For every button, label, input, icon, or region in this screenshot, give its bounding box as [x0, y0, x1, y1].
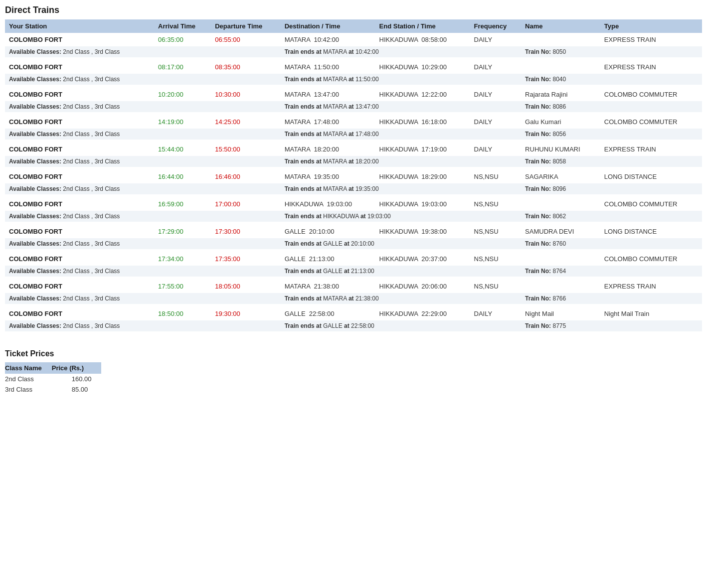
train-detail-empty3 [470, 129, 522, 140]
train-type: EXPRESS TRAIN [600, 60, 702, 74]
train-detail-empty2 [211, 211, 280, 222]
train-detail-empty2 [211, 238, 280, 249]
train-no: Train No: 8766 [521, 293, 702, 304]
train-ends-info: Train ends at MATARA at 18:20:00 [281, 156, 470, 167]
table-detail-row: Available Classes: 2nd Class , 3rd Class… [5, 101, 702, 112]
train-station: COLOMBO FORT [5, 143, 154, 156]
table-row: COLOMBO FORT 10:20:00 10:30:00 MATARA 13… [5, 88, 702, 101]
train-name [521, 280, 600, 293]
table-row: COLOMBO FORT 15:44:00 15:50:00 MATARA 18… [5, 143, 702, 156]
train-destination: MATARA 10:42:00 [281, 33, 375, 46]
train-detail-empty1 [154, 129, 211, 140]
table-row: COLOMBO FORT 06:35:00 06:55:00 MATARA 10… [5, 33, 702, 46]
header-arrival-time: Arrival Time [154, 19, 211, 33]
train-type: Night Mail Train [600, 307, 702, 320]
train-frequency: NS,NSU [470, 225, 522, 238]
train-end-station: HIKKADUWA 10:29:00 [375, 60, 470, 74]
train-destination: MATARA 11:50:00 [281, 60, 375, 74]
train-type: LONG DISTANCE [600, 225, 702, 238]
train-name: SAMUDRA DEVI [521, 225, 600, 238]
train-frequency: NS,NSU [470, 170, 522, 183]
train-classes: Available Classes: 2nd Class , 3rd Class [5, 211, 154, 222]
train-station: COLOMBO FORT [5, 252, 154, 266]
train-classes: Available Classes: 2nd Class , 3rd Class [5, 183, 154, 194]
train-ends-info: Train ends at MATARA at 13:47:00 [281, 101, 470, 112]
train-detail-empty1 [154, 320, 211, 331]
train-ends-info: Train ends at GALLE at 22:58:00 [281, 320, 470, 331]
train-destination: MATARA 18:20:00 [281, 143, 375, 156]
train-station: COLOMBO FORT [5, 280, 154, 293]
header-name: Name [521, 19, 600, 33]
header-destination-time: Destination / Time [281, 19, 375, 33]
table-row: COLOMBO FORT 17:29:00 17:30:00 GALLE 20:… [5, 225, 702, 238]
train-station: COLOMBO FORT [5, 197, 154, 211]
table-header-row: Your Station Arrival Time Departure Time… [5, 19, 702, 33]
train-name [521, 252, 600, 266]
train-end-station: HIKKADUWA 19:03:00 [375, 197, 470, 211]
trains-table: Your Station Arrival Time Departure Time… [5, 19, 702, 334]
train-classes: Available Classes: 2nd Class , 3rd Class [5, 46, 154, 57]
train-arrival: 15:44:00 [154, 143, 211, 156]
train-detail-empty3 [470, 320, 522, 331]
train-detail-empty2 [211, 266, 280, 277]
train-destination: MATARA 17:48:00 [281, 115, 375, 129]
train-detail-empty1 [154, 266, 211, 277]
train-end-station: HIKKADUWA 12:22:00 [375, 88, 470, 101]
table-detail-row: Available Classes: 2nd Class , 3rd Class… [5, 238, 702, 249]
train-detail-empty3 [470, 156, 522, 167]
train-station: COLOMBO FORT [5, 60, 154, 74]
train-classes: Available Classes: 2nd Class , 3rd Class [5, 266, 154, 277]
train-name [521, 60, 600, 74]
train-station: COLOMBO FORT [5, 225, 154, 238]
train-classes: Available Classes: 2nd Class , 3rd Class [5, 320, 154, 331]
train-departure: 06:55:00 [211, 33, 280, 46]
train-classes: Available Classes: 2nd Class , 3rd Class [5, 156, 154, 167]
train-end-station: HIKKADUWA 20:06:00 [375, 280, 470, 293]
train-detail-empty1 [154, 183, 211, 194]
train-departure: 19:30:00 [211, 307, 280, 320]
ticket-price: 85.00 [52, 384, 102, 395]
train-detail-empty2 [211, 129, 280, 140]
table-row: COLOMBO FORT 18:50:00 19:30:00 GALLE 22:… [5, 307, 702, 320]
train-destination: MATARA 21:38:00 [281, 280, 375, 293]
train-frequency: NS,NSU [470, 280, 522, 293]
ticket-row: 2nd Class 160.00 [5, 374, 101, 384]
train-station: COLOMBO FORT [5, 170, 154, 183]
train-no: Train No: 8775 [521, 320, 702, 331]
train-ends-info: Train ends at MATARA at 19:35:00 [281, 183, 470, 194]
table-row: COLOMBO FORT 17:34:00 17:35:00 GALLE 21:… [5, 252, 702, 266]
ticket-class-name: 2nd Class [5, 374, 52, 384]
train-frequency: DAILY [470, 115, 522, 129]
train-name [521, 197, 600, 211]
train-detail-empty2 [211, 183, 280, 194]
train-detail-empty3 [470, 211, 522, 222]
train-departure: 15:50:00 [211, 143, 280, 156]
train-classes: Available Classes: 2nd Class , 3rd Class [5, 293, 154, 304]
train-end-station: HIKKADUWA 20:37:00 [375, 252, 470, 266]
train-departure: 10:30:00 [211, 88, 280, 101]
table-detail-row: Available Classes: 2nd Class , 3rd Class… [5, 156, 702, 167]
train-detail-empty2 [211, 46, 280, 57]
train-type: LONG DISTANCE [600, 170, 702, 183]
train-frequency: NS,NSU [470, 197, 522, 211]
train-detail-empty2 [211, 101, 280, 112]
table-row: COLOMBO FORT 16:44:00 16:46:00 MATARA 19… [5, 170, 702, 183]
table-row: COLOMBO FORT 08:17:00 08:35:00 MATARA 11… [5, 60, 702, 74]
train-arrival: 17:34:00 [154, 252, 211, 266]
train-arrival: 17:55:00 [154, 280, 211, 293]
train-destination: MATARA 13:47:00 [281, 88, 375, 101]
train-station: COLOMBO FORT [5, 88, 154, 101]
train-end-station: HIKKADUWA 18:29:00 [375, 170, 470, 183]
train-detail-empty2 [211, 320, 280, 331]
train-departure: 17:35:00 [211, 252, 280, 266]
train-destination: MATARA 19:35:00 [281, 170, 375, 183]
train-detail-empty3 [470, 46, 522, 57]
table-row: COLOMBO FORT 16:59:00 17:00:00 HIKKADUWA… [5, 197, 702, 211]
header-end-station-time: End Station / Time [375, 19, 470, 33]
train-detail-empty1 [154, 293, 211, 304]
train-classes: Available Classes: 2nd Class , 3rd Class [5, 129, 154, 140]
train-classes: Available Classes: 2nd Class , 3rd Class [5, 101, 154, 112]
train-arrival: 08:17:00 [154, 60, 211, 74]
train-arrival: 14:19:00 [154, 115, 211, 129]
train-ends-info: Train ends at GALLE at 20:10:00 [281, 238, 470, 249]
